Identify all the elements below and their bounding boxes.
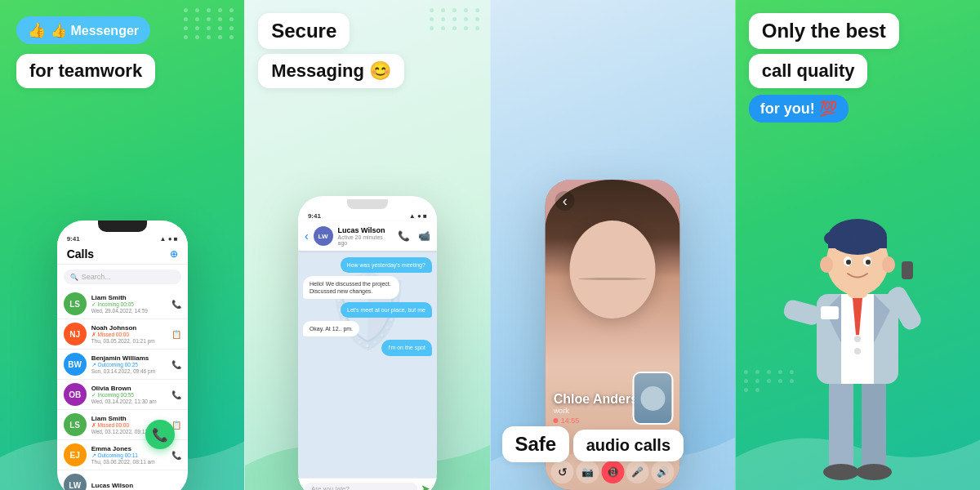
svg-rect-1 [862, 376, 886, 474]
phone-mockup-2: 9:41 ▲ ● ■ ‹ LW Lucas Wilson Active 20 m… [298, 196, 437, 490]
back-icon[interactable]: ‹ [305, 229, 309, 243]
quality-label-1: Only the best [749, 13, 899, 49]
small-avatar [641, 386, 666, 411]
thumbs-icon: 👍 [28, 21, 46, 39]
call-icon-2: 📞 [172, 360, 181, 369]
avatar-2: BW [64, 353, 87, 376]
svg-point-21 [882, 256, 895, 273]
secure-label-2: Messaging 😊 [258, 54, 404, 88]
phone-mockup-1: 9:41 ▲ ● ■ Calls ⊕ 🔍 Search... LS Liam S… [57, 220, 188, 490]
quality-label-2: call quality [749, 54, 868, 88]
secure-label-1: Secure [258, 13, 350, 49]
calls-header: Calls ⊕ [57, 244, 188, 265]
call-item-3: OB Olivia Brown ✓ Incoming 00:55 Wed, 03… [57, 380, 188, 410]
svg-rect-10 [902, 261, 913, 279]
call-icon-5: 📞 [172, 451, 181, 460]
chat-header: ‹ LW Lucas Wilson Active 20 minutes ago … [298, 221, 437, 251]
panel-safe-calls: Safe audio calls ‹ Chloe Anderson work [490, 0, 735, 490]
svg-rect-25 [821, 306, 839, 319]
svg-point-24 [854, 348, 861, 354]
video-icon[interactable]: 📹 [418, 230, 430, 242]
panel-secure-messaging: Secure Messaging 😊 9:41 ▲ ● ■ ‹ LW Lucas… [244, 0, 489, 490]
green-fab[interactable]: 📞 [145, 420, 175, 449]
face [570, 220, 656, 318]
message-input[interactable]: Are you late? [305, 483, 417, 491]
edit-icon: ⊕ [170, 248, 178, 260]
svg-point-3 [856, 464, 892, 480]
msg-1: Hello! We discussed the project. Discuss… [303, 276, 400, 299]
call-item-0: LS Liam Smith ✓ Incoming 00:05 Wed, 29.0… [57, 289, 188, 319]
messenger-badge: 👍 👍 Messenger [16, 16, 150, 44]
panel-4-label: Only the best call quality for you! 💯 [749, 13, 964, 122]
phone-icon[interactable]: 📞 [398, 230, 410, 242]
chat-messages: 🛡️ How was yesterday's meeting? Hello! W… [298, 251, 437, 363]
small-video-inset [633, 372, 674, 425]
call-icon-0: 📞 [172, 300, 181, 309]
search-icon: 🔍 [70, 274, 78, 281]
phone-notch-2 [347, 199, 388, 209]
call-item-1: NJ Noah Johnson ✗ Missed 00:00 Thu, 03.0… [57, 319, 188, 350]
svg-point-2 [823, 464, 859, 480]
call-icon-1: 📋 [172, 330, 181, 339]
avatar-1: NJ [64, 323, 87, 345]
panel-2-label: Secure Messaging 😊 [258, 13, 473, 88]
panel-call-quality: Only the best call quality for you! 💯 [735, 0, 980, 490]
call-icon-3: 📞 [172, 390, 181, 399]
safe-label-1: Safe [502, 426, 570, 462]
call-item-2: BW Benjamin Williams ↗ Outcoming 00:25 S… [57, 350, 188, 380]
svg-point-23 [854, 336, 861, 342]
avatar-3: OB [64, 383, 87, 406]
back-button[interactable]: ‹ [555, 191, 575, 211]
msg-0: How was yesterday's meeting? [341, 257, 432, 273]
svg-point-20 [820, 256, 833, 273]
svg-point-19 [866, 260, 871, 265]
avatar-5: EJ [64, 443, 87, 466]
avatar-0: LS [64, 292, 87, 315]
chat-input-bar: Are you late? ➤ [298, 478, 437, 490]
svg-rect-8 [782, 298, 823, 327]
panel-1-tagline: for teamwork [16, 54, 155, 88]
call-item-6: LW Lucas Wilson [57, 470, 188, 490]
msg-2: Let's meet at our place, but me [341, 302, 432, 318]
panel-1-label: 👍 👍 Messenger for teamwork [16, 16, 228, 88]
avatar-6: LW [64, 474, 87, 490]
character-svg [768, 180, 947, 490]
search-bar[interactable]: 🔍 Search... [64, 270, 181, 284]
svg-point-15 [824, 230, 850, 247]
avatar-4: LS [64, 413, 87, 436]
phone-notch-1 [98, 220, 147, 232]
character-container [736, 180, 980, 490]
panel-messenger: 👍 👍 Messenger for teamwork 9:41 ▲ ● ■ Ca… [0, 0, 244, 490]
status-bar-1: 9:41 ▲ ● ■ [57, 232, 188, 244]
contact-avatar: LW [314, 226, 333, 246]
send-icon[interactable]: ➤ [421, 482, 430, 490]
svg-rect-0 [829, 376, 853, 474]
safe-label-2: audio calls [573, 430, 684, 461]
msg-4: I'm on the spot [381, 340, 432, 355]
quality-badge: for you! 💯 [749, 95, 849, 122]
msg-3: Okay. At 12.. pm. [303, 321, 359, 336]
svg-point-18 [846, 260, 851, 265]
panel-3-label: Safe audio calls [502, 426, 684, 466]
